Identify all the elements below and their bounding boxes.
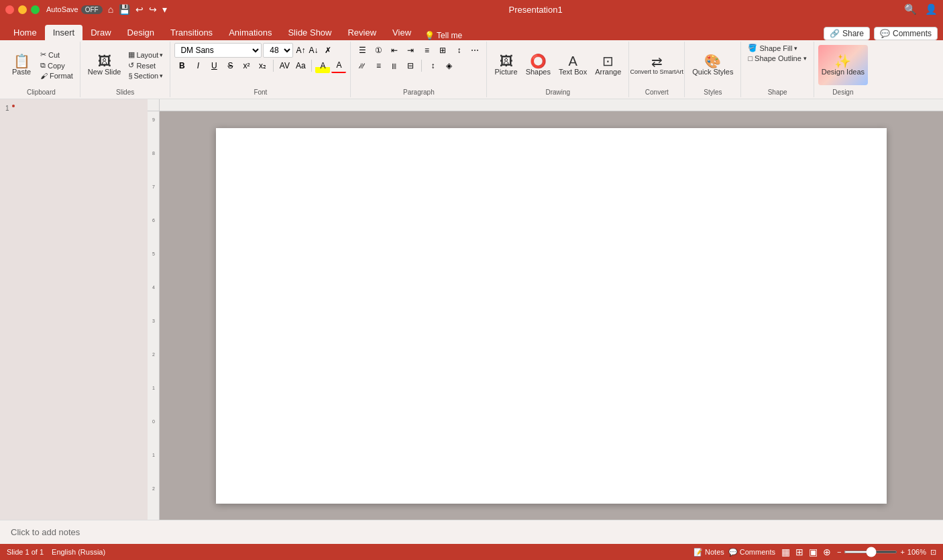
- more-icon[interactable]: ▾: [162, 4, 167, 15]
- shape-fill-icon: 🪣: [748, 44, 757, 52]
- text-box-button[interactable]: A Text Box: [555, 45, 590, 85]
- home-icon[interactable]: ⌂: [108, 4, 113, 15]
- underline-button[interactable]: U: [207, 58, 221, 73]
- align-left-button[interactable]: ⫻: [355, 58, 370, 73]
- justify-button[interactable]: ⊟: [403, 58, 418, 73]
- italic-button[interactable]: I: [190, 58, 205, 73]
- font-size-selector[interactable]: 48: [263, 43, 293, 58]
- comments-status-button[interactable]: 💬 Comments: [728, 548, 775, 557]
- redo-icon[interactable]: ↪: [149, 4, 157, 15]
- convert-smartart-ribbon-button[interactable]: ⇄ Convert to SmartArt: [633, 45, 680, 85]
- tell-me-label[interactable]: Tell me: [437, 31, 462, 40]
- font-row-2: B I U S x² x₂ AV Aa A A: [174, 58, 346, 73]
- subscript-button[interactable]: x₂: [255, 58, 270, 73]
- line-spacing-button[interactable]: ↕: [425, 58, 440, 73]
- slide-thumbnail-1[interactable]: [12, 105, 15, 107]
- new-slide-icon: 🖼: [98, 54, 111, 68]
- multilevel-list-button[interactable]: ≡: [419, 43, 434, 58]
- main-area: 1 16 15 14 13 12 11: [0, 99, 943, 520]
- design-ideas-button[interactable]: ✨ Design Ideas: [818, 45, 868, 85]
- section-button[interactable]: § Section ▾: [125, 71, 166, 80]
- char-spacing-button[interactable]: AV: [277, 58, 292, 73]
- text-direction-button[interactable]: ↕: [451, 43, 466, 58]
- font-selector[interactable]: DM Sans: [174, 43, 262, 58]
- search-icon[interactable]: 🔍: [904, 3, 917, 15]
- profile-icon[interactable]: 👤: [925, 3, 938, 15]
- save-icon[interactable]: 💾: [119, 4, 130, 15]
- clipboard-label: Clipboard: [27, 89, 56, 96]
- tab-review[interactable]: Review: [339, 25, 384, 40]
- tab-transitions[interactable]: Transitions: [162, 25, 221, 40]
- col-layout-button[interactable]: ⊞: [435, 43, 450, 58]
- shape-fill-arrow: ▾: [794, 45, 797, 52]
- font-color-button[interactable]: A: [331, 58, 346, 73]
- drawing-content: 🖼 Picture ⭕ Shapes A Text Box ⊡ Arrange: [491, 43, 624, 87]
- undo-icon[interactable]: ↩: [135, 4, 144, 15]
- quick-styles-button[interactable]: 🎨 Quick Styles: [689, 45, 736, 85]
- separator: [273, 60, 274, 72]
- paragraph-group: ☰ ① ⇤ ⇥ ≡ ⊞ ↕ ⋯ ⫻ ≡ ⫼ ⊟ ↕ ◈ Paragraph: [351, 42, 487, 97]
- reset-button[interactable]: ↺ Reset: [125, 60, 166, 70]
- font-increase-button[interactable]: A↑: [294, 44, 307, 56]
- tab-slideshow[interactable]: Slide Show: [280, 25, 339, 40]
- format-painter-button[interactable]: 🖌 Format: [38, 71, 76, 80]
- notes-bar[interactable]: Click to add notes: [0, 520, 943, 544]
- tab-animations[interactable]: Animations: [221, 25, 280, 40]
- convert-smartart-icon: ⇄: [651, 55, 663, 68]
- slide-canvas[interactable]: [216, 128, 887, 504]
- layout-icon: ▦: [128, 50, 135, 59]
- smartart-button[interactable]: ◈: [441, 58, 456, 73]
- minimize-button[interactable]: [18, 5, 27, 14]
- bold-button[interactable]: B: [174, 58, 189, 73]
- fit-slide-button[interactable]: ⊡: [930, 548, 936, 557]
- text-case-button[interactable]: Aa: [293, 58, 308, 73]
- tab-home[interactable]: Home: [5, 25, 45, 40]
- new-slide-button[interactable]: 🖼 New Slide: [85, 45, 125, 85]
- numbering-button[interactable]: ①: [371, 43, 386, 58]
- slide-main[interactable]: [160, 111, 943, 520]
- align-center-button[interactable]: ≡: [371, 58, 386, 73]
- zoom-in-button[interactable]: +: [900, 548, 904, 556]
- tab-draw[interactable]: Draw: [82, 25, 119, 40]
- notes-placeholder[interactable]: Click to add notes: [11, 527, 80, 537]
- decrease-indent-button[interactable]: ⇤: [387, 43, 402, 58]
- notes-status-icon: 📝: [694, 548, 703, 557]
- share-button[interactable]: 🔗 Share: [824, 27, 870, 40]
- maximize-button[interactable]: [31, 5, 40, 14]
- bullets-button[interactable]: ☰: [355, 43, 370, 58]
- slide-panel: 1: [0, 99, 148, 520]
- arrange-button[interactable]: ⊡ Arrange: [592, 45, 624, 85]
- shape-outline-button[interactable]: □ Shape Outline ▾: [745, 54, 809, 63]
- font-inc-dec: A↑ A↓: [294, 44, 319, 56]
- tab-design[interactable]: Design: [119, 25, 162, 40]
- layout-button[interactable]: ▦ Layout ▾: [125, 50, 166, 60]
- tab-insert[interactable]: Insert: [45, 25, 83, 40]
- close-button[interactable]: [5, 5, 14, 14]
- presenter-view-button[interactable]: ⊕: [821, 547, 833, 557]
- convert-smartart-button[interactable]: ⋯: [467, 43, 482, 58]
- tab-view[interactable]: View: [384, 25, 419, 40]
- zoom-out-button[interactable]: −: [837, 548, 841, 556]
- strikethrough-button[interactable]: S: [223, 58, 237, 73]
- slide-sorter-button[interactable]: ⊞: [793, 547, 806, 557]
- shapes-button[interactable]: ⭕ Shapes: [522, 45, 554, 85]
- view-buttons: ▦ ⊞ ▣ ⊕: [779, 547, 833, 557]
- normal-view-button[interactable]: ▦: [779, 547, 792, 557]
- zoom-slider[interactable]: [844, 551, 897, 553]
- comments-button[interactable]: 💬 Comments: [874, 27, 938, 40]
- text-highlight-button[interactable]: A: [315, 58, 330, 73]
- increase-indent-button[interactable]: ⇥: [403, 43, 418, 58]
- superscript-button[interactable]: x²: [239, 58, 254, 73]
- reading-view-button[interactable]: ▣: [807, 547, 820, 557]
- autosave-toggle[interactable]: OFF: [81, 5, 103, 14]
- align-right-button[interactable]: ⫼: [387, 58, 402, 73]
- paste-button[interactable]: 📋 Paste: [7, 45, 36, 85]
- shape-fill-button[interactable]: 🪣 Shape Fill ▾: [745, 43, 800, 53]
- clipboard-rows: ✂ Cut ⧉ Copy 🖌 Format: [38, 50, 76, 80]
- cut-button[interactable]: ✂ Cut: [38, 50, 76, 60]
- clear-format-button[interactable]: ✗: [321, 43, 335, 58]
- font-decrease-button[interactable]: A↓: [307, 44, 319, 56]
- notes-status-button[interactable]: 📝 Notes: [694, 548, 724, 557]
- picture-button[interactable]: 🖼 Picture: [491, 45, 520, 85]
- copy-button[interactable]: ⧉ Copy: [38, 60, 76, 70]
